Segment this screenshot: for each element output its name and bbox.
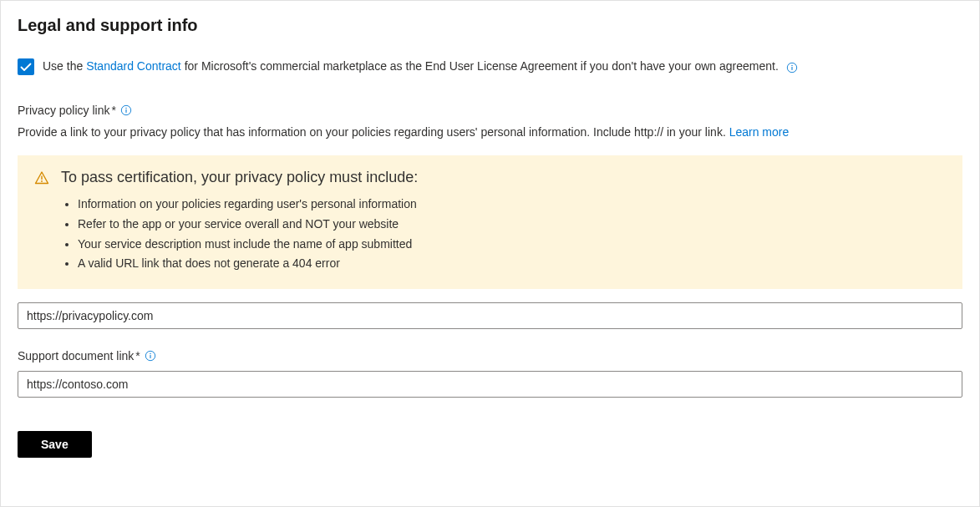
- warning-item: A valid URL link that does not generate …: [78, 254, 946, 274]
- privacy-policy-label: Privacy policy link*: [18, 104, 962, 117]
- info-icon[interactable]: [119, 104, 133, 117]
- checkbox-suffix-text: for Microsoft's commercial marketplace a…: [181, 59, 779, 73]
- privacy-policy-description: Provide a link to your privacy policy th…: [18, 125, 962, 139]
- info-icon[interactable]: [144, 349, 157, 363]
- standard-contract-checkbox[interactable]: [18, 58, 34, 75]
- svg-point-7: [41, 180, 43, 182]
- learn-more-link[interactable]: Learn more: [729, 125, 790, 139]
- warning-item: Your service description must include th…: [78, 235, 946, 255]
- save-button[interactable]: Save: [18, 431, 92, 458]
- checkmark-icon: [19, 60, 33, 74]
- standard-contract-label: Use the Standard Contract for Microsoft'…: [43, 59, 799, 74]
- svg-rect-10: [150, 355, 150, 358]
- page-title: Legal and support info: [18, 16, 962, 35]
- warning-icon: [34, 170, 49, 274]
- privacy-policy-label-text: Privacy policy link: [18, 104, 109, 117]
- support-document-label: Support document link*: [18, 349, 962, 363]
- support-document-input[interactable]: [18, 371, 962, 398]
- info-icon[interactable]: [785, 61, 799, 74]
- svg-point-1: [791, 64, 792, 65]
- required-mark: *: [111, 104, 115, 117]
- warning-item: Refer to the app or your service overall…: [78, 215, 946, 235]
- privacy-policy-desc-text: Provide a link to your privacy policy th…: [18, 125, 729, 139]
- certification-warning: To pass certification, your privacy poli…: [18, 155, 962, 289]
- standard-contract-checkbox-row: Use the Standard Contract for Microsoft'…: [18, 58, 962, 75]
- warning-list: Information on your policies regarding u…: [61, 195, 946, 274]
- required-mark: *: [135, 349, 140, 363]
- svg-rect-5: [125, 109, 126, 113]
- support-document-label-text: Support document link: [18, 349, 134, 363]
- warning-title: To pass certification, your privacy poli…: [61, 169, 946, 186]
- warning-item: Information on your policies regarding u…: [78, 195, 946, 215]
- svg-rect-2: [791, 67, 792, 70]
- svg-point-4: [125, 108, 126, 109]
- checkbox-prefix-text: Use the: [43, 59, 86, 73]
- standard-contract-link[interactable]: Standard Contract: [86, 59, 181, 73]
- svg-point-9: [150, 353, 150, 354]
- svg-rect-6: [41, 176, 42, 180]
- privacy-policy-input[interactable]: [18, 302, 962, 329]
